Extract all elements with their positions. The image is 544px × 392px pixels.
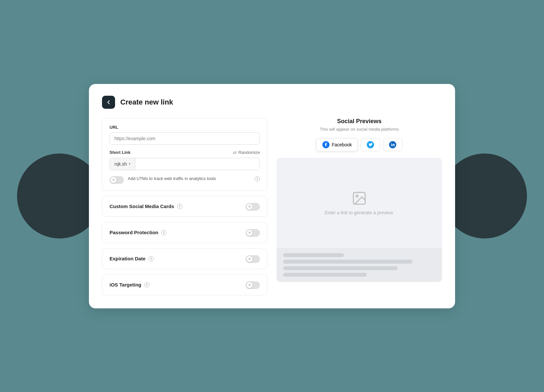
card-header: Create new link: [102, 96, 442, 109]
toggle-track-expiration[interactable]: ✕: [246, 255, 260, 263]
short-link-label: Short Link: [110, 150, 130, 155]
toggle-track-ios[interactable]: ✕: [246, 281, 260, 289]
social-preview-subtitle: This will appear on social media platfor…: [277, 127, 442, 132]
utm-toggle[interactable]: ✕: [110, 176, 124, 184]
short-link-row: Short Link ⇄ Randomize: [110, 150, 260, 155]
feature-ios: iOS Targeting i ✕: [102, 274, 267, 295]
toggle-thumb-ios: ✕: [246, 282, 252, 288]
slug-input[interactable]: [135, 158, 260, 170]
toggle-thumb: ✕: [110, 177, 116, 183]
feature-expiration: Expiration Date i ✕: [102, 248, 267, 269]
chevron-down-icon: ▾: [129, 162, 130, 166]
url-label: URL: [110, 125, 260, 130]
domain-value: rqk.sh: [114, 161, 127, 167]
back-button[interactable]: [102, 96, 115, 109]
preview-image-area: Enter a link to generate a preview.: [277, 158, 442, 248]
preview-area: Enter a link to generate a preview.: [277, 158, 442, 282]
left-column: URL Short Link ⇄ Randomize rqk.sh ▾: [102, 118, 267, 295]
toggle-thumb-social: ✕: [246, 204, 252, 210]
feature-label-row-expiration: Expiration Date i: [110, 256, 154, 261]
preview-placeholder: Enter a link to generate a preview.: [325, 210, 394, 215]
feature-label-row-social: Custom Social Media Cards i: [110, 204, 182, 209]
toggle-thumb-expiration: ✕: [246, 256, 252, 262]
card-body: URL Short Link ⇄ Randomize rqk.sh ▾: [102, 118, 442, 295]
custom-social-toggle[interactable]: ✕: [246, 203, 260, 211]
ios-toggle[interactable]: ✕: [246, 281, 260, 289]
toggle-x-social-icon: ✕: [248, 205, 251, 208]
password-info-icon[interactable]: i: [161, 230, 166, 235]
meta-bar-sm: [283, 273, 367, 277]
right-column: Social Previews This will appear on soci…: [277, 118, 442, 295]
domain-selector[interactable]: rqk.sh ▾: [110, 158, 135, 170]
tab-twitter[interactable]: [361, 138, 380, 151]
feature-custom-social: Custom Social Media Cards i ✕: [102, 196, 267, 217]
password-toggle[interactable]: ✕: [246, 229, 260, 237]
facebook-icon: [322, 141, 330, 148]
social-preview-title: Social Previews: [277, 118, 442, 125]
facebook-tab-label: Facebook: [332, 142, 352, 147]
toggle-thumb-password: ✕: [246, 230, 252, 236]
custom-social-info-icon[interactable]: i: [177, 204, 182, 209]
page-title: Create new link: [120, 98, 173, 106]
toggle-track-social[interactable]: ✕: [246, 203, 260, 211]
custom-social-label: Custom Social Media Cards: [110, 204, 174, 209]
feature-label-row-password: Password Protection i: [110, 230, 166, 235]
preview-meta: [277, 248, 442, 282]
feature-password: Password Protection i ✕: [102, 222, 267, 243]
toggle-track[interactable]: ✕: [110, 176, 124, 184]
ios-label: iOS Targeting: [110, 282, 141, 287]
meta-bar-long: [283, 266, 398, 270]
preview-image-icon: [351, 190, 367, 206]
toggle-x-ios-icon: ✕: [248, 284, 251, 287]
expiration-label: Expiration Date: [110, 256, 145, 261]
tab-linkedin[interactable]: [383, 138, 402, 151]
expiration-info-icon[interactable]: i: [148, 256, 154, 261]
expiration-toggle[interactable]: ✕: [246, 255, 260, 263]
short-link-input-row: rqk.sh ▾: [110, 158, 260, 170]
utm-label: Add UTMs to track web traffic in analyti…: [128, 175, 250, 182]
back-icon: [106, 99, 111, 105]
social-tabs: Facebook: [277, 138, 442, 151]
url-section: URL Short Link ⇄ Randomize rqk.sh ▾: [102, 118, 267, 191]
toggle-x-icon: ✕: [112, 178, 115, 182]
main-card: Create new link URL Short Link ⇄ Randomi…: [89, 84, 455, 308]
linkedin-icon: [389, 141, 396, 148]
url-input[interactable]: [110, 132, 260, 145]
randomize-label: Randomize: [238, 150, 260, 155]
password-label: Password Protection: [110, 230, 158, 235]
twitter-icon: [367, 141, 374, 148]
svg-point-0: [391, 143, 392, 143]
randomize-icon: ⇄: [233, 150, 237, 155]
randomize-button[interactable]: ⇄ Randomize: [233, 150, 260, 155]
toggle-x-password-icon: ✕: [248, 231, 251, 235]
meta-bar-short: [283, 253, 344, 257]
tab-facebook[interactable]: Facebook: [316, 138, 358, 151]
toggle-track-password[interactable]: ✕: [246, 229, 260, 237]
svg-point-2: [356, 195, 358, 197]
feature-label-row-ios: iOS Targeting i: [110, 282, 149, 287]
utm-row: ✕ Add UTMs to track web traffic in analy…: [110, 175, 260, 184]
meta-bar-medium: [283, 260, 413, 264]
ios-info-icon[interactable]: i: [144, 282, 149, 287]
utm-info-icon[interactable]: i: [255, 176, 260, 182]
toggle-x-expiration-icon: ✕: [248, 257, 251, 261]
